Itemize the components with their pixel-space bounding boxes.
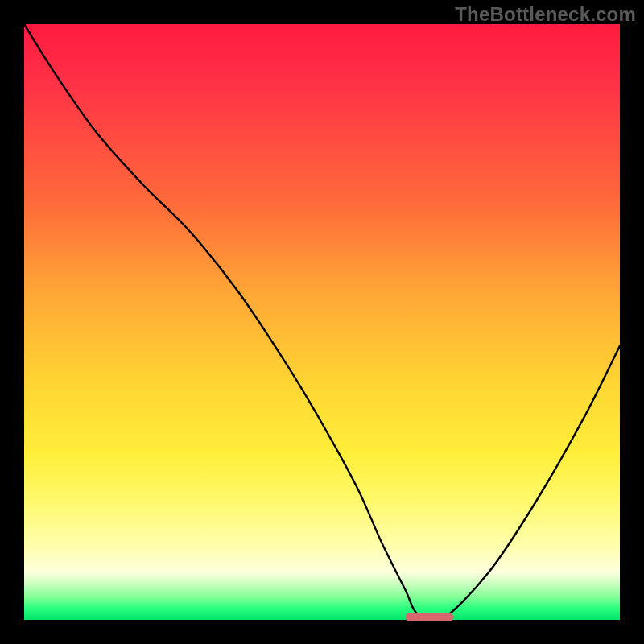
curve-path	[24, 24, 620, 622]
bottleneck-curve	[24, 24, 620, 620]
plot-area	[24, 24, 620, 620]
site-watermark: TheBottleneck.com	[455, 3, 636, 26]
optimal-range-marker	[406, 613, 453, 621]
chart-frame: TheBottleneck.com	[0, 0, 644, 644]
